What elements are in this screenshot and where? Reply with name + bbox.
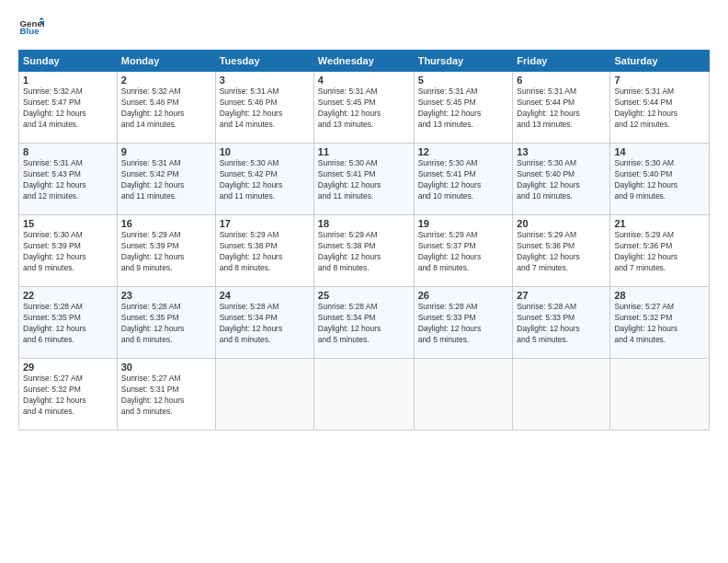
day-number: 3 bbox=[220, 75, 310, 86]
calendar-cell: 5Sunrise: 5:31 AMSunset: 5:45 PMDaylight… bbox=[414, 72, 513, 144]
calendar-cell: 25Sunrise: 5:28 AMSunset: 5:34 PMDayligh… bbox=[313, 287, 414, 359]
calendar-cell bbox=[610, 359, 710, 431]
day-info: Sunrise: 5:31 AMSunset: 5:42 PMDaylight:… bbox=[121, 158, 211, 202]
day-number: 17 bbox=[220, 218, 310, 229]
calendar-cell: 10Sunrise: 5:30 AMSunset: 5:42 PMDayligh… bbox=[215, 144, 313, 215]
day-info: Sunrise: 5:31 AMSunset: 5:45 PMDaylight:… bbox=[418, 86, 509, 131]
day-info: Sunrise: 5:29 AMSunset: 5:38 PMDaylight:… bbox=[318, 230, 410, 274]
calendar-cell: 19Sunrise: 5:29 AMSunset: 5:37 PMDayligh… bbox=[414, 215, 513, 287]
calendar-cell: 12Sunrise: 5:30 AMSunset: 5:41 PMDayligh… bbox=[414, 144, 513, 215]
day-number: 16 bbox=[121, 218, 211, 229]
day-number: 10 bbox=[220, 146, 310, 157]
day-number: 4 bbox=[318, 75, 410, 86]
calendar-week-3: 15Sunrise: 5:30 AMSunset: 5:39 PMDayligh… bbox=[19, 215, 710, 287]
calendar-week-5: 29Sunrise: 5:27 AMSunset: 5:32 PMDayligh… bbox=[19, 359, 710, 431]
logo-icon: General Blue bbox=[18, 15, 44, 40]
day-info: Sunrise: 5:27 AMSunset: 5:31 PMDaylight:… bbox=[121, 373, 211, 418]
calendar-cell bbox=[215, 359, 313, 431]
day-number: 15 bbox=[23, 218, 113, 229]
day-number: 18 bbox=[318, 218, 410, 229]
calendar-cell: 15Sunrise: 5:30 AMSunset: 5:39 PMDayligh… bbox=[19, 215, 118, 287]
col-header-saturday: Saturday bbox=[610, 51, 710, 72]
day-info: Sunrise: 5:29 AMSunset: 5:39 PMDaylight:… bbox=[121, 230, 211, 274]
day-number: 20 bbox=[517, 218, 606, 229]
day-info: Sunrise: 5:28 AMSunset: 5:34 PMDaylight:… bbox=[318, 302, 410, 346]
day-number: 14 bbox=[614, 146, 705, 157]
day-number: 5 bbox=[418, 75, 509, 86]
calendar-cell: 23Sunrise: 5:28 AMSunset: 5:35 PMDayligh… bbox=[117, 287, 215, 359]
calendar-cell: 14Sunrise: 5:30 AMSunset: 5:40 PMDayligh… bbox=[610, 144, 710, 215]
day-info: Sunrise: 5:32 AMSunset: 5:46 PMDaylight:… bbox=[121, 86, 211, 131]
header: General Blue bbox=[18, 15, 710, 40]
calendar-cell: 17Sunrise: 5:29 AMSunset: 5:38 PMDayligh… bbox=[215, 215, 313, 287]
calendar-cell: 20Sunrise: 5:29 AMSunset: 5:36 PMDayligh… bbox=[513, 215, 610, 287]
calendar-cell: 27Sunrise: 5:28 AMSunset: 5:33 PMDayligh… bbox=[513, 287, 610, 359]
col-header-wednesday: Wednesday bbox=[313, 51, 414, 72]
day-number: 30 bbox=[121, 362, 211, 373]
day-info: Sunrise: 5:31 AMSunset: 5:44 PMDaylight:… bbox=[517, 86, 606, 131]
day-info: Sunrise: 5:30 AMSunset: 5:41 PMDaylight:… bbox=[318, 158, 410, 202]
calendar-cell: 16Sunrise: 5:29 AMSunset: 5:39 PMDayligh… bbox=[117, 215, 215, 287]
calendar-cell: 4Sunrise: 5:31 AMSunset: 5:45 PMDaylight… bbox=[313, 72, 414, 144]
calendar-table: SundayMondayTuesdayWednesdayThursdayFrid… bbox=[18, 50, 710, 431]
calendar-cell: 2Sunrise: 5:32 AMSunset: 5:46 PMDaylight… bbox=[117, 72, 215, 144]
logo: General Blue bbox=[18, 15, 44, 40]
day-info: Sunrise: 5:28 AMSunset: 5:34 PMDaylight:… bbox=[220, 302, 310, 346]
day-number: 2 bbox=[121, 75, 211, 86]
day-info: Sunrise: 5:30 AMSunset: 5:40 PMDaylight:… bbox=[614, 158, 705, 202]
calendar-cell: 21Sunrise: 5:29 AMSunset: 5:36 PMDayligh… bbox=[610, 215, 710, 287]
calendar-cell: 22Sunrise: 5:28 AMSunset: 5:35 PMDayligh… bbox=[19, 287, 118, 359]
day-number: 26 bbox=[418, 290, 509, 301]
calendar-cell: 13Sunrise: 5:30 AMSunset: 5:40 PMDayligh… bbox=[513, 144, 610, 215]
day-number: 7 bbox=[614, 75, 705, 86]
col-header-sunday: Sunday bbox=[19, 51, 118, 72]
day-number: 28 bbox=[614, 290, 705, 301]
day-info: Sunrise: 5:28 AMSunset: 5:35 PMDaylight:… bbox=[23, 302, 113, 346]
calendar-week-1: 1Sunrise: 5:32 AMSunset: 5:47 PMDaylight… bbox=[19, 72, 710, 144]
col-header-friday: Friday bbox=[513, 51, 610, 72]
day-info: Sunrise: 5:31 AMSunset: 5:43 PMDaylight:… bbox=[23, 158, 113, 202]
day-info: Sunrise: 5:28 AMSunset: 5:33 PMDaylight:… bbox=[517, 302, 606, 346]
day-number: 25 bbox=[318, 290, 410, 301]
day-info: Sunrise: 5:31 AMSunset: 5:45 PMDaylight:… bbox=[318, 86, 410, 131]
day-info: Sunrise: 5:30 AMSunset: 5:42 PMDaylight:… bbox=[220, 158, 310, 202]
calendar-cell bbox=[313, 359, 414, 431]
calendar-cell: 6Sunrise: 5:31 AMSunset: 5:44 PMDaylight… bbox=[513, 72, 610, 144]
day-number: 19 bbox=[418, 218, 509, 229]
calendar-cell: 1Sunrise: 5:32 AMSunset: 5:47 PMDaylight… bbox=[19, 72, 118, 144]
col-header-monday: Monday bbox=[117, 51, 215, 72]
day-number: 8 bbox=[23, 146, 113, 157]
calendar-cell: 3Sunrise: 5:31 AMSunset: 5:46 PMDaylight… bbox=[215, 72, 313, 144]
day-number: 13 bbox=[517, 146, 606, 157]
calendar-week-4: 22Sunrise: 5:28 AMSunset: 5:35 PMDayligh… bbox=[19, 287, 710, 359]
day-info: Sunrise: 5:31 AMSunset: 5:44 PMDaylight:… bbox=[614, 86, 705, 131]
day-number: 21 bbox=[614, 218, 705, 229]
calendar-cell: 29Sunrise: 5:27 AMSunset: 5:32 PMDayligh… bbox=[19, 359, 118, 431]
day-number: 11 bbox=[318, 146, 410, 157]
calendar-cell: 24Sunrise: 5:28 AMSunset: 5:34 PMDayligh… bbox=[215, 287, 313, 359]
calendar-cell: 26Sunrise: 5:28 AMSunset: 5:33 PMDayligh… bbox=[414, 287, 513, 359]
day-number: 1 bbox=[23, 75, 113, 86]
col-header-tuesday: Tuesday bbox=[215, 51, 313, 72]
day-info: Sunrise: 5:30 AMSunset: 5:39 PMDaylight:… bbox=[23, 230, 113, 274]
calendar-header-row: SundayMondayTuesdayWednesdayThursdayFrid… bbox=[19, 51, 710, 72]
day-info: Sunrise: 5:28 AMSunset: 5:33 PMDaylight:… bbox=[418, 302, 509, 346]
calendar-cell: 18Sunrise: 5:29 AMSunset: 5:38 PMDayligh… bbox=[313, 215, 414, 287]
day-number: 23 bbox=[121, 290, 211, 301]
day-info: Sunrise: 5:27 AMSunset: 5:32 PMDaylight:… bbox=[23, 373, 113, 418]
day-number: 27 bbox=[517, 290, 606, 301]
day-info: Sunrise: 5:28 AMSunset: 5:35 PMDaylight:… bbox=[121, 302, 211, 346]
calendar-cell bbox=[513, 359, 610, 431]
calendar-cell: 8Sunrise: 5:31 AMSunset: 5:43 PMDaylight… bbox=[19, 144, 118, 215]
day-number: 9 bbox=[121, 146, 211, 157]
day-info: Sunrise: 5:32 AMSunset: 5:47 PMDaylight:… bbox=[23, 86, 113, 131]
svg-text:Blue: Blue bbox=[19, 26, 40, 36]
day-info: Sunrise: 5:27 AMSunset: 5:32 PMDaylight:… bbox=[614, 302, 705, 346]
calendar-week-2: 8Sunrise: 5:31 AMSunset: 5:43 PMDaylight… bbox=[19, 144, 710, 215]
calendar-cell: 7Sunrise: 5:31 AMSunset: 5:44 PMDaylight… bbox=[610, 72, 710, 144]
day-info: Sunrise: 5:29 AMSunset: 5:36 PMDaylight:… bbox=[517, 230, 606, 274]
day-number: 12 bbox=[418, 146, 509, 157]
day-info: Sunrise: 5:29 AMSunset: 5:38 PMDaylight:… bbox=[220, 230, 310, 274]
calendar-cell: 28Sunrise: 5:27 AMSunset: 5:32 PMDayligh… bbox=[610, 287, 710, 359]
day-number: 22 bbox=[23, 290, 113, 301]
